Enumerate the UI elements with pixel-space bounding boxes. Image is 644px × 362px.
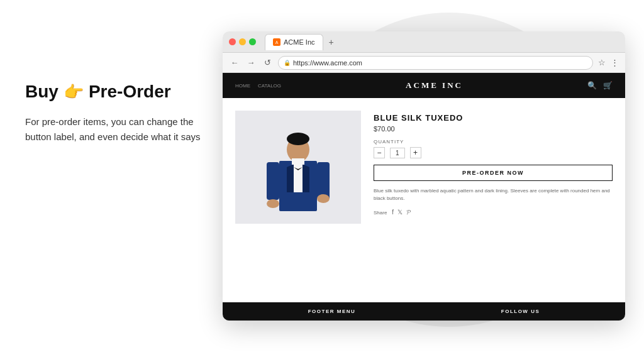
address-actions: ☆ ⋮ — [598, 58, 619, 67]
svg-rect-4 — [294, 162, 303, 192]
headline-preorder: Pre-Order — [89, 82, 171, 102]
quantity-control: − 1 + — [374, 147, 613, 158]
forward-button[interactable]: → — [245, 57, 257, 69]
product-section: BLUE SILK TUXEDO $70.00 QUANTITY − 1 + P… — [223, 98, 625, 236]
back-button[interactable]: ← — [229, 57, 240, 69]
new-tab-button[interactable]: + — [326, 36, 337, 48]
headline: Buy 👉 Pre-Order — [25, 82, 201, 102]
browser-chrome: A ACME Inc + — [223, 31, 625, 53]
share-icons: f 𝕏 𝓟 — [392, 209, 411, 216]
svg-rect-8 — [267, 162, 279, 200]
share-row: Share f 𝕏 𝓟 — [374, 209, 613, 216]
product-image — [235, 111, 361, 224]
lock-icon: 🔒 — [284, 60, 291, 66]
headline-buy: Buy — [25, 82, 58, 102]
quantity-increase-button[interactable]: + — [410, 147, 421, 158]
nav-catalog[interactable]: CATALOG — [258, 83, 281, 89]
store-logo: ACME INC — [406, 80, 463, 90]
product-image-container — [235, 111, 361, 224]
svg-point-13 — [287, 133, 309, 145]
minimize-button[interactable] — [239, 38, 246, 45]
more-icon[interactable]: ⋮ — [611, 58, 619, 67]
description-text: For pre-order items, you can change the … — [25, 114, 201, 145]
close-button[interactable] — [229, 38, 236, 45]
tab-title: ACME Inc — [284, 38, 315, 46]
store-icons: 🔍 🛒 — [587, 81, 613, 90]
bookmark-icon[interactable]: ☆ — [598, 58, 606, 67]
active-tab[interactable]: A ACME Inc — [265, 34, 323, 50]
search-icon[interactable]: 🔍 — [587, 81, 597, 90]
facebook-icon[interactable]: f — [392, 209, 394, 216]
twitter-icon[interactable]: 𝕏 — [397, 209, 402, 216]
store-nav: HOME CATALOG — [235, 83, 281, 89]
cart-icon[interactable]: 🛒 — [603, 81, 613, 90]
pinterest-icon[interactable]: 𝓟 — [406, 209, 411, 216]
product-title: BLUE SILK TUXEDO — [374, 113, 613, 123]
url-text: https://www.acme.com — [293, 59, 362, 67]
address-bar-row: ← → ↺ 🔒 https://www.acme.com ☆ ⋮ — [223, 53, 625, 73]
browser-window: A ACME Inc + ← → ↺ 🔒 https://www.acme.co… — [223, 31, 625, 321]
footer-menu-title: FOOTER MENU — [308, 309, 356, 314]
footer-follow-title: FOLLOW US — [501, 309, 540, 314]
tab-bar: A ACME Inc + — [265, 34, 619, 50]
preorder-button[interactable]: PRE-ORDER NOW — [374, 165, 613, 181]
quantity-decrease-button[interactable]: − — [374, 147, 385, 158]
product-details: BLUE SILK TUXEDO $70.00 QUANTITY − 1 + P… — [374, 111, 613, 224]
product-price: $70.00 — [374, 125, 613, 133]
maximize-button[interactable] — [249, 38, 256, 45]
traffic-lights — [229, 38, 256, 45]
quantity-value: 1 — [390, 148, 405, 158]
svg-point-10 — [267, 199, 279, 208]
headline-emoji: 👉 — [64, 82, 84, 102]
share-label: Share — [374, 210, 387, 216]
address-bar[interactable]: 🔒 https://www.acme.com — [278, 56, 593, 70]
tab-favicon: A — [273, 38, 280, 46]
left-panel: Buy 👉 Pre-Order For pre-order items, you… — [25, 82, 201, 145]
store-footer: FOOTER MENU FOLLOW US — [223, 302, 625, 321]
store-header: HOME CATALOG ACME INC 🔍 🛒 — [223, 73, 625, 98]
refresh-button[interactable]: ↺ — [262, 57, 273, 69]
quantity-label: QUANTITY — [374, 139, 613, 145]
product-description: Blue silk tuxedo with marbled aquatic pa… — [374, 187, 613, 202]
website-content: HOME CATALOG ACME INC 🔍 🛒 — [223, 73, 625, 321]
svg-rect-12 — [292, 158, 304, 165]
nav-home[interactable]: HOME — [235, 83, 250, 89]
svg-point-11 — [317, 194, 330, 203]
